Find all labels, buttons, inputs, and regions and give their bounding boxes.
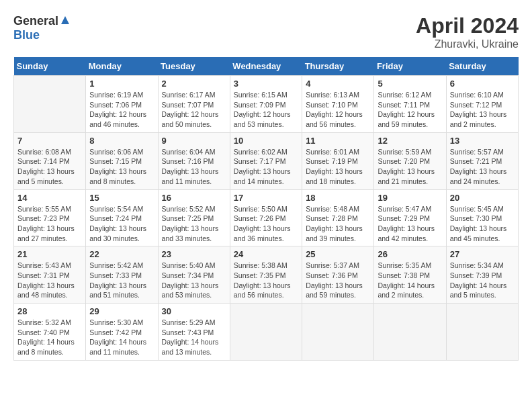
day-number: 26: [378, 249, 442, 259]
calendar-cell: 14Sunrise: 5:55 AMSunset: 7:23 PMDayligh…: [14, 189, 86, 246]
day-info: Sunrise: 5:29 AMSunset: 7:43 PMDaylight:…: [162, 318, 226, 357]
day-info: Sunrise: 5:47 AMSunset: 7:29 PMDaylight:…: [378, 204, 442, 244]
day-number: 28: [17, 306, 82, 316]
calendar-week-row: 14Sunrise: 5:55 AMSunset: 7:23 PMDayligh…: [14, 189, 519, 246]
calendar-cell: 9Sunrise: 6:04 AMSunset: 7:16 PMDaylight…: [158, 132, 230, 189]
day-info: Sunrise: 5:40 AMSunset: 7:34 PMDaylight:…: [162, 261, 226, 300]
calendar-cell: 2Sunrise: 6:17 AMSunset: 7:07 PMDaylight…: [158, 76, 230, 133]
calendar-cell: 20Sunrise: 5:45 AMSunset: 7:30 PMDayligh…: [446, 189, 518, 246]
day-number: 29: [89, 306, 154, 316]
day-header-tuesday: Tuesday: [158, 57, 230, 76]
calendar-table: SundayMondayTuesdayWednesdayThursdayFrid…: [13, 57, 519, 361]
day-number: 2: [162, 79, 226, 89]
calendar-cell: 15Sunrise: 5:54 AMSunset: 7:24 PMDayligh…: [86, 189, 158, 246]
day-info: Sunrise: 5:48 AMSunset: 7:28 PMDaylight:…: [306, 204, 370, 244]
day-info: Sunrise: 5:54 AMSunset: 7:24 PMDaylight:…: [89, 204, 154, 244]
day-info: Sunrise: 5:55 AMSunset: 7:23 PMDaylight:…: [17, 204, 82, 244]
calendar-cell: 11Sunrise: 6:01 AMSunset: 7:19 PMDayligh…: [302, 132, 374, 189]
calendar-week-row: 28Sunrise: 5:32 AMSunset: 7:40 PMDayligh…: [14, 304, 519, 361]
day-number: 10: [234, 136, 298, 146]
day-number: 7: [17, 136, 82, 146]
day-info: Sunrise: 5:43 AMSunset: 7:31 PMDaylight:…: [17, 261, 82, 300]
day-number: 25: [306, 249, 370, 259]
day-info: Sunrise: 6:10 AMSunset: 7:12 PMDaylight:…: [450, 90, 515, 130]
calendar-cell: 27Sunrise: 5:34 AMSunset: 7:39 PMDayligh…: [446, 246, 518, 304]
day-info: Sunrise: 5:32 AMSunset: 7:40 PMDaylight:…: [17, 318, 82, 357]
day-number: 11: [306, 136, 370, 146]
day-info: Sunrise: 6:19 AMSunset: 7:06 PMDaylight:…: [89, 90, 154, 130]
calendar-cell: [446, 304, 518, 361]
calendar-cell: 12Sunrise: 5:59 AMSunset: 7:20 PMDayligh…: [374, 132, 446, 189]
calendar-cell: 1Sunrise: 6:19 AMSunset: 7:06 PMDaylight…: [86, 76, 158, 133]
calendar-cell: 29Sunrise: 5:30 AMSunset: 7:42 PMDayligh…: [86, 304, 158, 361]
day-info: Sunrise: 6:12 AMSunset: 7:11 PMDaylight:…: [378, 90, 442, 130]
day-info: Sunrise: 5:30 AMSunset: 7:42 PMDaylight:…: [89, 318, 154, 357]
day-number: 17: [234, 193, 298, 203]
calendar-week-row: 1Sunrise: 6:19 AMSunset: 7:06 PMDaylight…: [14, 76, 519, 133]
day-info: Sunrise: 5:50 AMSunset: 7:26 PMDaylight:…: [234, 204, 298, 244]
day-number: 21: [17, 249, 82, 259]
day-header-friday: Friday: [374, 57, 446, 76]
page-title: April 2024: [416, 13, 519, 38]
calendar-cell: 21Sunrise: 5:43 AMSunset: 7:31 PMDayligh…: [14, 246, 86, 304]
calendar-cell: 19Sunrise: 5:47 AMSunset: 7:29 PMDayligh…: [374, 189, 446, 246]
day-info: Sunrise: 6:04 AMSunset: 7:16 PMDaylight:…: [162, 147, 226, 187]
day-number: 1: [89, 79, 154, 89]
day-number: 27: [450, 249, 515, 259]
calendar-cell: 30Sunrise: 5:29 AMSunset: 7:43 PMDayligh…: [158, 304, 230, 361]
day-number: 20: [450, 193, 515, 203]
day-number: 13: [450, 136, 515, 146]
day-info: Sunrise: 6:15 AMSunset: 7:09 PMDaylight:…: [234, 90, 298, 130]
calendar-cell: 6Sunrise: 6:10 AMSunset: 7:12 PMDaylight…: [446, 76, 518, 133]
day-info: Sunrise: 6:02 AMSunset: 7:17 PMDaylight:…: [234, 147, 298, 187]
location-subtitle: Zhuravki, Ukraine: [416, 38, 519, 50]
logo-arrow-icon: [60, 15, 71, 28]
day-info: Sunrise: 5:34 AMSunset: 7:39 PMDaylight:…: [450, 261, 515, 300]
day-info: Sunrise: 5:45 AMSunset: 7:30 PMDaylight:…: [450, 204, 515, 244]
day-info: Sunrise: 6:08 AMSunset: 7:14 PMDaylight:…: [17, 147, 82, 187]
calendar-cell: [14, 76, 86, 133]
day-header-saturday: Saturday: [446, 57, 518, 76]
day-number: 5: [378, 79, 442, 89]
calendar-cell: 17Sunrise: 5:50 AMSunset: 7:26 PMDayligh…: [230, 189, 302, 246]
day-info: Sunrise: 6:06 AMSunset: 7:15 PMDaylight:…: [89, 147, 154, 187]
day-header-monday: Monday: [86, 57, 158, 76]
logo: General Blue: [13, 13, 71, 42]
calendar-cell: 3Sunrise: 6:15 AMSunset: 7:09 PMDaylight…: [230, 76, 302, 133]
calendar-cell: 28Sunrise: 5:32 AMSunset: 7:40 PMDayligh…: [14, 304, 86, 361]
day-number: 19: [378, 193, 442, 203]
day-info: Sunrise: 5:52 AMSunset: 7:25 PMDaylight:…: [162, 204, 226, 244]
calendar-cell: 13Sunrise: 5:57 AMSunset: 7:21 PMDayligh…: [446, 132, 518, 189]
day-number: 9: [162, 136, 226, 146]
calendar-header-row: SundayMondayTuesdayWednesdayThursdayFrid…: [14, 57, 519, 76]
calendar-cell: 5Sunrise: 6:12 AMSunset: 7:11 PMDaylight…: [374, 76, 446, 133]
calendar-cell: 10Sunrise: 6:02 AMSunset: 7:17 PMDayligh…: [230, 132, 302, 189]
calendar-week-row: 21Sunrise: 5:43 AMSunset: 7:31 PMDayligh…: [14, 246, 519, 304]
calendar-body: 1Sunrise: 6:19 AMSunset: 7:06 PMDaylight…: [14, 76, 519, 361]
day-header-thursday: Thursday: [302, 57, 374, 76]
day-info: Sunrise: 5:35 AMSunset: 7:38 PMDaylight:…: [378, 261, 442, 300]
calendar-cell: 25Sunrise: 5:37 AMSunset: 7:36 PMDayligh…: [302, 246, 374, 304]
day-info: Sunrise: 6:17 AMSunset: 7:07 PMDaylight:…: [162, 90, 226, 130]
day-number: 23: [162, 249, 226, 259]
calendar-cell: 8Sunrise: 6:06 AMSunset: 7:15 PMDaylight…: [86, 132, 158, 189]
day-number: 12: [378, 136, 442, 146]
calendar-cell: [302, 304, 374, 361]
calendar-cell: 4Sunrise: 6:13 AMSunset: 7:10 PMDaylight…: [302, 76, 374, 133]
calendar-cell: [230, 304, 302, 361]
day-number: 18: [306, 193, 370, 203]
day-number: 3: [234, 79, 298, 89]
header: General Blue April 2024 Zhuravki, Ukrain…: [13, 13, 519, 50]
day-number: 14: [17, 193, 82, 203]
day-info: Sunrise: 5:38 AMSunset: 7:35 PMDaylight:…: [234, 261, 298, 300]
day-info: Sunrise: 5:59 AMSunset: 7:20 PMDaylight:…: [378, 147, 442, 187]
day-info: Sunrise: 5:37 AMSunset: 7:36 PMDaylight:…: [306, 261, 370, 300]
day-number: 30: [162, 306, 226, 316]
day-number: 4: [306, 79, 370, 89]
calendar-cell: 23Sunrise: 5:40 AMSunset: 7:34 PMDayligh…: [158, 246, 230, 304]
calendar-week-row: 7Sunrise: 6:08 AMSunset: 7:14 PMDaylight…: [14, 132, 519, 189]
day-number: 22: [89, 249, 154, 259]
calendar-cell: 18Sunrise: 5:48 AMSunset: 7:28 PMDayligh…: [302, 189, 374, 246]
day-info: Sunrise: 5:42 AMSunset: 7:33 PMDaylight:…: [89, 261, 154, 300]
day-number: 6: [450, 79, 515, 89]
